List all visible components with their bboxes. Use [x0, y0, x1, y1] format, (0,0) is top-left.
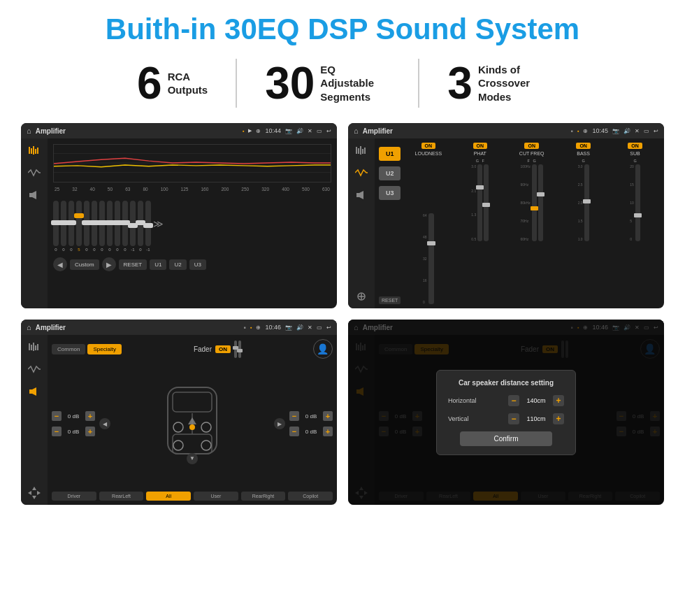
eq-reset-button[interactable]: RESET — [119, 259, 147, 270]
fader-sidebar-speaker[interactable] — [27, 385, 42, 398]
x-icon-2[interactable]: ✕ — [635, 128, 640, 134]
fader-sidebar — [21, 335, 48, 505]
horizontal-minus-button[interactable]: − — [508, 395, 519, 406]
rearleft-button[interactable]: RearLeft — [99, 492, 144, 501]
sub-on-badge[interactable]: ON — [628, 143, 642, 149]
u2-button[interactable]: U2 — [379, 166, 401, 180]
svg-point-36 — [173, 422, 183, 432]
crossover-reset-button[interactable]: RESET — [379, 296, 401, 304]
home-icon-2[interactable]: ⌂ — [354, 127, 359, 135]
eq-slider-6[interactable]: 0 — [92, 201, 97, 252]
sidebar-eq-icon[interactable] — [27, 144, 42, 157]
back-icon-3[interactable]: ↩ — [326, 324, 331, 331]
sidebar-speaker-icon[interactable] — [27, 189, 42, 201]
crossover-sidebar-extra[interactable] — [354, 290, 369, 303]
volume-icon: 🔊 — [296, 128, 303, 134]
modal-horizontal-row: Horizontal − 140cm + — [448, 395, 564, 406]
minus-icon-3[interactable]: ▭ — [317, 324, 322, 331]
minus-icon[interactable]: ▭ — [317, 128, 322, 134]
eq-slider-1[interactable]: 0 — [53, 201, 59, 252]
stat-crossover-label: Kinds of Crossover Modes — [478, 63, 548, 104]
cutfreq-channel: ON CUT FREQ F G 100Hz90Hz80kHz70Hz60Hz — [507, 143, 556, 304]
x-icon[interactable]: ✕ — [308, 128, 312, 134]
eq-custom-button[interactable]: Custom — [70, 259, 99, 270]
vertical-control: − 110cm + — [508, 413, 564, 424]
rearright-button[interactable]: RearRight — [241, 492, 286, 501]
eq-slider-10[interactable]: 0 — [122, 201, 128, 252]
phat-on-badge[interactable]: ON — [473, 143, 488, 149]
db-minus-rl[interactable]: − — [52, 427, 62, 436]
db-plus-rl[interactable]: + — [85, 427, 95, 436]
page-title: Buith-in 30EQ DSP Sound System — [21, 13, 664, 46]
minus-icon-2[interactable]: ▭ — [644, 128, 649, 134]
horizontal-label: Horizontal — [448, 397, 477, 404]
bass-on-badge[interactable]: ON — [576, 143, 591, 149]
fader-sidebar-arrows[interactable] — [27, 487, 42, 499]
common-tab[interactable]: Common — [52, 344, 85, 354]
eq-more-icon[interactable]: ≫ — [153, 218, 164, 229]
vertical-minus-button[interactable]: − — [508, 413, 519, 424]
sidebar-wave-icon[interactable] — [27, 166, 42, 179]
volume-icon-3: 🔊 — [296, 324, 303, 331]
crossover-sidebar-wave[interactable] — [354, 166, 369, 179]
db-plus-fl[interactable]: + — [85, 411, 95, 421]
vertical-value: 110cm — [522, 415, 550, 422]
db-plus-fr[interactable]: + — [323, 411, 333, 421]
horizontal-plus-button[interactable]: + — [553, 395, 564, 406]
eq-slider-13[interactable]: -1 — [145, 201, 151, 252]
fader-left-arrow[interactable]: ◀ — [99, 418, 110, 429]
svg-rect-3 — [35, 149, 36, 154]
user-button[interactable]: User — [194, 492, 238, 501]
eq-slider-7[interactable]: 0 — [99, 201, 105, 252]
eq-u3-button[interactable]: U3 — [189, 259, 206, 270]
eq-prev-button[interactable]: ◀ — [53, 257, 67, 271]
eq-slider-5[interactable]: 0 — [84, 201, 89, 252]
db-minus-rr[interactable]: − — [289, 427, 299, 436]
fader-right-arrow[interactable]: ▶ — [274, 418, 285, 429]
eq-slider-2[interactable]: 0 — [61, 201, 66, 252]
distance-screen: ⌂ Amplifier ■ ● ⊕ 10:46 📷 🔊 ✕ ▭ ↩ — [348, 320, 664, 505]
crossover-sidebar-eq[interactable] — [354, 144, 369, 157]
eq-slider-8[interactable]: 0 — [107, 201, 113, 252]
eq-slider-4[interactable]: 5 — [76, 201, 82, 252]
home-icon[interactable]: ⌂ — [27, 127, 31, 135]
fader-sidebar-wave[interactable] — [27, 363, 42, 375]
driver-button[interactable]: Driver — [52, 492, 96, 501]
all-button[interactable]: All — [146, 492, 191, 501]
eq-slider-3[interactable]: 0 — [68, 201, 74, 252]
crossover-sidebar — [348, 138, 375, 308]
vertical-plus-button[interactable]: + — [553, 413, 564, 424]
fader-on-badge[interactable]: ON — [215, 345, 231, 353]
loudness-on-badge[interactable]: ON — [421, 143, 436, 149]
eq-slider-9[interactable]: 0 — [115, 201, 120, 252]
back-icon[interactable]: ↩ — [326, 128, 331, 134]
crossover-sidebar-speaker[interactable] — [354, 189, 369, 201]
bass-channel: ON BASS G 3.02.52.01.51.0 — [558, 143, 608, 304]
fader-topbar: ⌂ Amplifier ■ ● ⊕ 10:46 📷 🔊 ✕ ▭ ↩ — [21, 320, 337, 335]
home-icon-3[interactable]: ⌂ — [27, 323, 31, 331]
fader-sidebar-eq[interactable] — [27, 341, 42, 353]
eq-u2-button[interactable]: U2 — [169, 259, 186, 270]
db-minus-fl[interactable]: − — [52, 411, 62, 421]
cutfreq-on-badge[interactable]: ON — [524, 143, 539, 149]
db-plus-rr[interactable]: + — [323, 427, 333, 436]
svg-point-40 — [189, 424, 195, 430]
volume-icon-2: 🔊 — [623, 128, 630, 134]
eq-u1-button[interactable]: U1 — [150, 259, 166, 270]
eq-slider-12[interactable]: 0 — [138, 201, 143, 252]
u1-button[interactable]: U1 — [379, 147, 401, 161]
eq-main-content: 2532405063 80100125160200 25032040050063… — [48, 138, 337, 308]
fader-down-arrow[interactable]: ▼ — [187, 453, 198, 464]
confirm-button[interactable]: Confirm — [460, 431, 553, 446]
x-icon-3[interactable]: ✕ — [308, 324, 312, 331]
back-icon-2[interactable]: ↩ — [654, 128, 658, 134]
copilot-button[interactable]: Copilot — [288, 492, 333, 501]
eq-topbar-time: 10:44 — [265, 127, 281, 134]
specialty-tab[interactable]: Specialty — [87, 344, 121, 354]
fader-user-icon[interactable]: 👤 — [313, 339, 333, 359]
crossover-body: U1 U2 U3 RESET ON LOUDNESS — [348, 138, 664, 308]
u3-button[interactable]: U3 — [379, 186, 401, 200]
eq-play-button[interactable]: ▶ — [102, 257, 116, 271]
db-minus-fr[interactable]: − — [289, 411, 299, 421]
eq-slider-11[interactable]: -1 — [130, 201, 136, 252]
